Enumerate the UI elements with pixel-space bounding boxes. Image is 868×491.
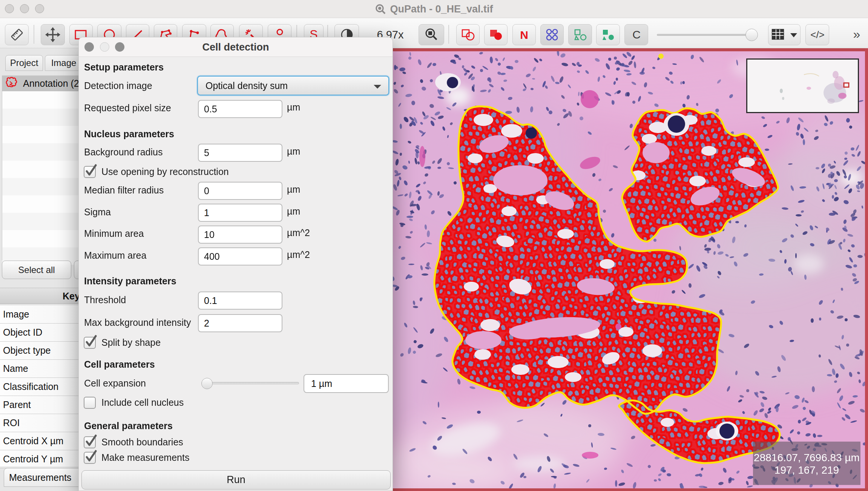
svg-text:N: N bbox=[520, 29, 528, 41]
svg-text:</>: </> bbox=[810, 29, 825, 40]
svg-text:C: C bbox=[632, 28, 641, 41]
